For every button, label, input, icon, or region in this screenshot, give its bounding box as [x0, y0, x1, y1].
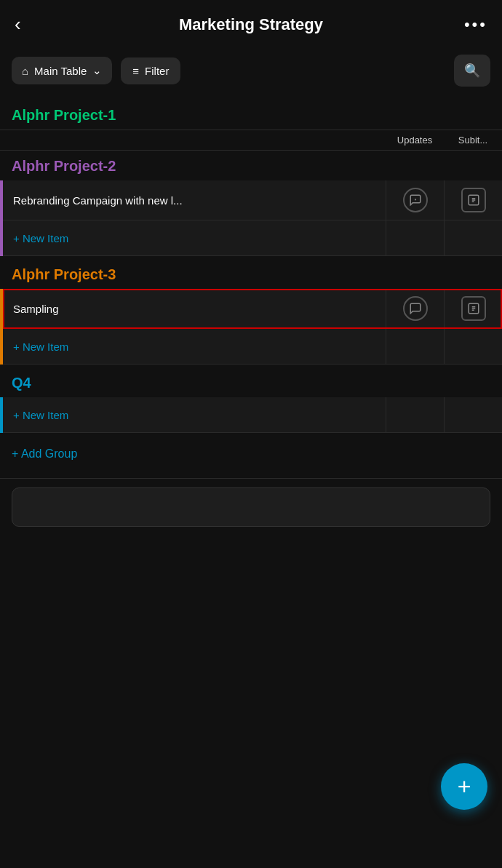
group-q4: Q4 + New Item [0, 367, 502, 433]
fab-plus-icon: + [458, 773, 471, 800]
updates-icon [403, 296, 428, 321]
new-item-button-project2[interactable]: + New Item [3, 223, 386, 253]
svg-point-1 [415, 199, 415, 200]
group-table-q4: + New Item [0, 397, 502, 433]
chevron-down-icon: ⌄ [92, 64, 102, 77]
content-area: Alphr Project-1 Updates Subit... Alphr P… [0, 97, 502, 538]
col-header-name [12, 136, 386, 145]
header: ‹ Marketing Strategy ••• [0, 0, 502, 47]
new-item-col2 [444, 220, 502, 255]
group-table-alphr-project-3: Sampling [0, 289, 502, 365]
col-header-updates: Updates [386, 130, 444, 150]
bottom-bar [0, 478, 502, 535]
new-item-row-q4: + New Item [3, 397, 502, 433]
row-updates-rebranding[interactable] [386, 180, 444, 220]
group-header-alphr-project-2[interactable]: Alphr Project-2 [0, 151, 502, 180]
new-item-row-project3: + New Item [3, 329, 502, 365]
toolbar: ⌂ Main Table ⌄ ≡ Filter 🔍 [0, 47, 502, 97]
new-item-col2 [444, 397, 502, 432]
main-table-button[interactable]: ⌂ Main Table ⌄ [12, 57, 112, 84]
group-header-alphr-project-3[interactable]: Alphr Project-3 [0, 259, 502, 289]
new-item-col1 [386, 220, 444, 255]
new-item-col2 [444, 329, 502, 364]
column-headers: Updates Subit... [0, 130, 502, 151]
col-header-subitems: Subit... [444, 130, 502, 150]
table-row[interactable]: Rebranding Campaign with new l... [3, 180, 502, 220]
back-button[interactable]: ‹ [15, 13, 41, 36]
new-item-row-project2: + New Item [3, 220, 502, 256]
page-title: Marketing Strategy [41, 15, 461, 34]
search-button[interactable]: 🔍 [454, 55, 490, 87]
group-alphr-project-2: Alphr Project-2 Rebranding Campaign with… [0, 151, 502, 256]
more-options-button[interactable]: ••• [461, 15, 487, 34]
bottom-input[interactable] [12, 487, 490, 527]
main-table-label: Main Table [34, 65, 87, 77]
home-icon: ⌂ [22, 65, 28, 77]
subitems-icon [461, 296, 486, 321]
search-icon: 🔍 [464, 63, 480, 79]
new-item-col1 [386, 329, 444, 364]
row-name-sampling: Sampling [3, 294, 386, 324]
filter-label: Filter [145, 65, 169, 77]
group-alphr-project-3: Alphr Project-3 Sampling [0, 259, 502, 365]
new-item-col1 [386, 397, 444, 432]
group-table-alphr-project-2: Rebranding Campaign with new l... [0, 180, 502, 256]
new-item-button-project3[interactable]: + New Item [3, 332, 386, 362]
row-updates-sampling[interactable] [386, 289, 444, 328]
new-item-button-q4[interactable]: + New Item [3, 400, 386, 430]
row-subitems-rebranding[interactable] [444, 180, 502, 220]
add-group-button[interactable]: + Add Group [0, 436, 502, 472]
row-subitems-sampling[interactable] [444, 289, 502, 328]
row-name-rebranding: Rebranding Campaign with new l... [3, 186, 386, 215]
group-header-q4[interactable]: Q4 [0, 367, 502, 397]
fab-add-button[interactable]: + [441, 763, 487, 810]
filter-button[interactable]: ≡ Filter [121, 57, 180, 84]
group-alphr-project-1: Alphr Project-1 Updates Subit... [0, 100, 502, 151]
updates-icon [403, 188, 428, 212]
filter-icon: ≡ [132, 65, 139, 77]
subitems-icon [461, 188, 486, 212]
group-header-alphr-project-1[interactable]: Alphr Project-1 [0, 100, 502, 130]
page-wrapper: ‹ Marketing Strategy ••• ⌂ Main Table ⌄ … [0, 0, 502, 868]
table-row-sampling[interactable]: Sampling [3, 289, 502, 329]
